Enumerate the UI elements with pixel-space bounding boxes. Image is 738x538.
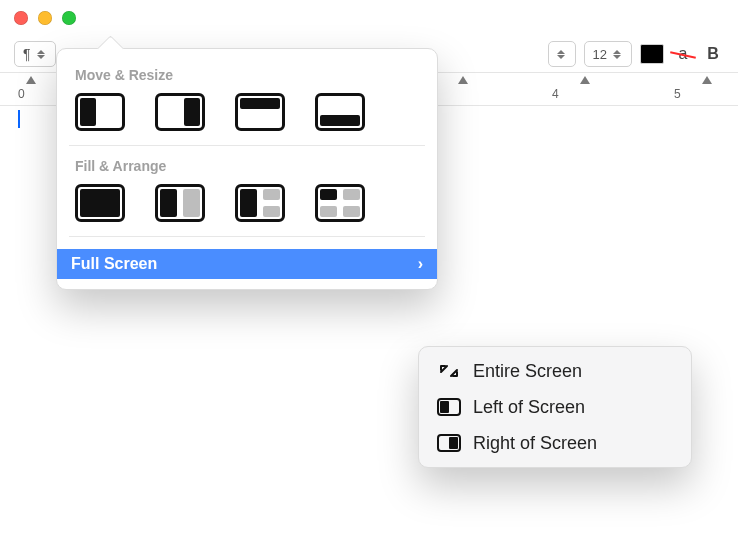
entire-screen-menuitem[interactable]: Entire Screen — [425, 353, 685, 389]
entire-screen-label: Entire Screen — [473, 361, 582, 382]
right-of-screen-menuitem[interactable]: Right of Screen — [425, 425, 685, 461]
separator — [69, 145, 425, 146]
font-family-dropdown[interactable] — [548, 41, 576, 67]
fullscreen-menuitem[interactable]: Full Screen › — [57, 249, 437, 279]
bold-button[interactable]: B — [702, 45, 724, 63]
ruler-indent-marker-icon[interactable] — [26, 76, 36, 84]
ruler-tab-marker-icon[interactable] — [458, 76, 468, 84]
separator — [69, 236, 425, 237]
move-resize-row — [71, 93, 423, 145]
tile-bottom-half-icon[interactable] — [315, 93, 365, 131]
fill-screen-icon[interactable] — [75, 184, 125, 222]
paragraph-style-dropdown[interactable]: ¶ — [14, 41, 56, 67]
left-of-screen-menuitem[interactable]: Left of Screen — [425, 389, 685, 425]
ruler-number: 0 — [18, 87, 25, 101]
right-of-screen-label: Right of Screen — [473, 433, 597, 454]
tile-top-half-icon[interactable] — [235, 93, 285, 131]
window-close-button[interactable] — [14, 11, 28, 25]
left-of-screen-label: Left of Screen — [473, 397, 585, 418]
fill-arrange-row — [71, 184, 423, 236]
chevron-updown-icon — [613, 47, 623, 61]
chevron-updown-icon — [557, 47, 567, 61]
svg-rect-1 — [440, 401, 449, 413]
chevron-right-icon: › — [418, 255, 423, 273]
ruler-tab-marker-icon[interactable] — [702, 76, 712, 84]
tile-right-half-icon[interactable] — [155, 93, 205, 131]
tile-left-icon — [437, 398, 461, 416]
pilcrow-icon: ¶ — [23, 46, 31, 62]
fullscreen-icon — [437, 362, 461, 380]
ruler-number: 4 — [552, 87, 559, 101]
chevron-updown-icon — [37, 47, 47, 61]
titlebar — [0, 0, 738, 36]
tile-left-half-icon[interactable] — [75, 93, 125, 131]
text-cursor — [18, 110, 20, 128]
font-size-value: 12 — [593, 47, 607, 62]
section-title-fill-arrange: Fill & Arrange — [75, 158, 419, 174]
arrange-left-quarters-icon[interactable] — [235, 184, 285, 222]
window-zoom-button[interactable] — [62, 11, 76, 25]
tile-right-icon — [437, 434, 461, 452]
fullscreen-submenu: Entire Screen Left of Screen Right of Sc… — [418, 346, 692, 468]
font-size-stepper[interactable]: 12 — [584, 41, 632, 67]
section-title-move-resize: Move & Resize — [75, 67, 419, 83]
svg-rect-3 — [449, 437, 458, 449]
window-tiling-popover: Move & Resize Fill & Arrange Full Screen… — [56, 48, 438, 290]
arrange-left-right-icon[interactable] — [155, 184, 205, 222]
text-color-swatch[interactable] — [640, 44, 664, 64]
arrange-quarters-icon[interactable] — [315, 184, 365, 222]
fullscreen-label: Full Screen — [71, 255, 157, 273]
ruler-tab-marker-icon[interactable] — [580, 76, 590, 84]
strikethrough-color-button[interactable]: a — [672, 45, 694, 63]
ruler-number: 5 — [674, 87, 681, 101]
window-minimize-button[interactable] — [38, 11, 52, 25]
